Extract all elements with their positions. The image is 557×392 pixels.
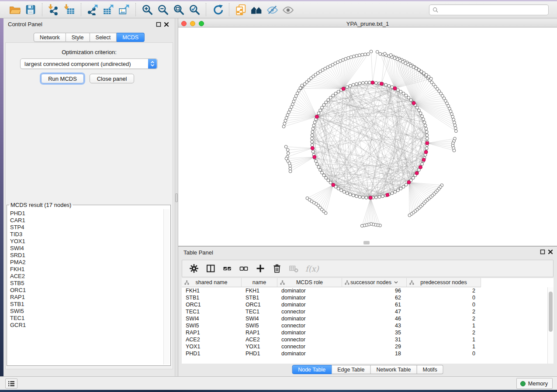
mcds-result-node[interactable]: STP4 (10, 224, 163, 231)
select-all-button[interactable] (221, 262, 234, 275)
mcds-result-node[interactable]: SWI4 (10, 245, 163, 252)
mcds-result-node[interactable]: SRD1 (10, 252, 163, 259)
table-row[interactable]: SWI4SWI4dominator462 (182, 315, 547, 322)
mcds-result-node[interactable]: RAP1 (10, 294, 163, 301)
hide-selected-button[interactable] (264, 3, 280, 17)
mcds-result-node[interactable]: PMA2 (10, 259, 163, 266)
mcds-result-node[interactable]: TID3 (10, 231, 163, 238)
panel-splitter[interactable] (175, 18, 178, 376)
mcds-result-node[interactable]: ACE2 (10, 273, 163, 280)
mcds-result-node[interactable]: PHD1 (10, 210, 163, 217)
network-hscrollbar-thumb[interactable] (363, 241, 370, 244)
tab-network[interactable]: Network (34, 33, 66, 42)
deselect-all-button[interactable] (237, 262, 250, 275)
float-control-panel-button[interactable] (156, 22, 162, 28)
table-cell: dominator (277, 315, 342, 322)
table-cell: FKH1 (242, 287, 277, 294)
export-network-button[interactable] (85, 3, 100, 17)
tab-select[interactable]: Select (90, 33, 117, 42)
tab-network-table[interactable]: Network Table (371, 365, 417, 374)
table-options-button[interactable] (187, 262, 201, 275)
table-row[interactable]: ORC1ORC1dominator610 (182, 301, 547, 308)
table-row[interactable]: ACE2ACE2connector311 (182, 336, 547, 343)
zoom-out-button[interactable] (155, 3, 171, 17)
mcds-result-node[interactable]: ORC1 (10, 287, 163, 294)
mcds-result-node[interactable]: STB5 (10, 280, 163, 287)
mcds-result-node[interactable]: SWI5 (10, 308, 163, 315)
optimization-criterion-select[interactable]: largest connected component (undirected) (20, 58, 158, 69)
shared-column-icon (409, 280, 414, 285)
splitter-grip[interactable] (175, 193, 178, 202)
table-row[interactable]: PHD1PHD1dominator180 (182, 350, 547, 357)
table-scrollbar[interactable] (547, 287, 554, 364)
show-column-panel-button[interactable] (204, 262, 217, 275)
sort-desc-icon (394, 281, 398, 284)
table-cell: PHD1 (182, 350, 242, 357)
table-row[interactable]: FKH1FKH1dominator962 (182, 287, 547, 294)
mcds-result-scrollbar[interactable] (163, 209, 170, 364)
export-table-button[interactable] (100, 3, 116, 17)
tab-motifs[interactable]: Motifs (417, 365, 443, 374)
delete-columns-button[interactable] (270, 262, 284, 275)
mcds-result-node[interactable]: TEC1 (10, 315, 163, 322)
import-network-button[interactable] (46, 3, 62, 17)
table-scrollbar-thumb[interactable] (549, 292, 553, 332)
mcds-result-node[interactable]: CAR1 (10, 217, 163, 224)
column-label: predecessor nodes (420, 279, 467, 285)
zoom-fit-button[interactable] (171, 3, 187, 17)
task-history-button[interactable] (5, 378, 17, 389)
first-neighbors-icon (251, 4, 262, 15)
refresh-button[interactable] (210, 3, 225, 17)
table-cell: SWI5 (242, 322, 277, 329)
table-cell: ACE2 (242, 336, 277, 343)
import-table-button[interactable] (62, 3, 77, 17)
network-canvas[interactable] (178, 28, 557, 246)
network-graph[interactable] (178, 28, 557, 246)
zoom-out-icon (157, 4, 169, 15)
export-image-button[interactable] (116, 3, 132, 17)
tab-style[interactable]: Style (66, 33, 90, 42)
zoom-selected-button[interactable] (187, 3, 202, 17)
column-header-MCDS-role[interactable]: MCDS role (277, 278, 342, 287)
zoom-in-button[interactable] (139, 3, 155, 17)
tab-node-table[interactable]: Node Table (292, 365, 332, 374)
mcds-result-node[interactable]: FKH1 (10, 266, 163, 273)
tab-mcds[interactable]: MCDS (117, 33, 145, 42)
save-button[interactable] (23, 3, 38, 17)
run-mcds-button[interactable]: Run MCDS (41, 74, 84, 83)
mcds-result-node[interactable]: STB1 (10, 301, 163, 308)
table-row[interactable]: TEC1TEC1connector472 (182, 308, 547, 315)
search-field[interactable] (429, 4, 549, 15)
table-row[interactable]: STB1STB1dominator620 (182, 294, 547, 301)
table-cell: connector (277, 322, 342, 329)
close-table-panel-button[interactable] (547, 249, 554, 255)
table-cell: 1 (407, 343, 481, 350)
tab-edge-table[interactable]: Edge Table (332, 365, 370, 374)
show-column-panel-icon (205, 263, 216, 274)
table-row[interactable]: RAP1RAP1dominator352 (182, 329, 547, 336)
add-column-button[interactable] (254, 262, 267, 275)
search-input[interactable] (441, 6, 548, 14)
table-cell: connector (277, 336, 342, 343)
table-cell: 1 (407, 336, 481, 343)
mcds-result-list[interactable]: PHD1CAR1STP4TID3YOX1SWI4SRD1PMA2FKH1ACE2… (8, 209, 163, 364)
table-cell: YOX1 (182, 343, 242, 350)
network-window-titlebar[interactable]: YPA_prune.txt_1 (178, 20, 557, 28)
float-table-panel-button[interactable] (540, 249, 546, 255)
open-button[interactable] (7, 3, 23, 17)
table-row[interactable]: SWI5SWI5connector431 (182, 322, 547, 329)
mcds-result-node[interactable]: YOX1 (10, 238, 163, 245)
show-all-button[interactable] (280, 3, 296, 17)
close-panel-button[interactable]: Close panel (90, 74, 134, 83)
column-header-name[interactable]: name (242, 278, 277, 287)
shared-column-icon (345, 280, 349, 285)
first-neighbors-button[interactable] (249, 3, 264, 17)
table-row[interactable]: YOX1YOX1connector291 (182, 343, 547, 350)
column-header-shared-name[interactable]: shared name (182, 278, 242, 287)
memory-button[interactable]: Memory (516, 378, 553, 389)
mcds-result-node[interactable]: GCR1 (10, 322, 163, 329)
column-header-predecessor-nodes[interactable]: predecessor nodes (407, 278, 481, 287)
close-control-panel-button[interactable] (163, 22, 170, 28)
new-network-from-selection-button[interactable] (233, 3, 249, 17)
column-header-successor-nodes[interactable]: successor nodes (342, 278, 407, 287)
